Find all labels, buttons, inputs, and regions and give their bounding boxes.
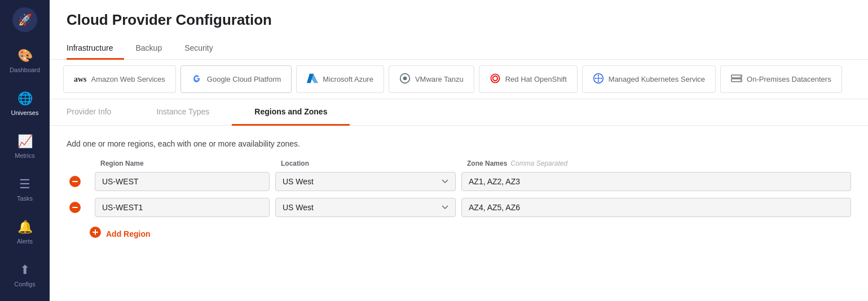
sidebar-item-label: Universes xyxy=(11,109,39,116)
zone-names-input-2[interactable] xyxy=(461,198,851,217)
sidebar-item-configs[interactable]: ⬆ Configs xyxy=(0,254,50,296)
provider-label: Microsoft Azure xyxy=(323,75,373,83)
vmware-icon xyxy=(399,73,411,86)
svg-point-6 xyxy=(598,81,600,82)
remove-region-button-1[interactable] xyxy=(67,175,83,188)
svg-point-5 xyxy=(598,75,600,77)
provider-label: Red Hat OpenShift xyxy=(505,75,567,83)
logo-icon xyxy=(12,7,37,32)
sidebar-item-universes[interactable]: 🌐 Universes xyxy=(0,82,50,125)
provider-label: Google Cloud Platform xyxy=(207,75,281,83)
sub-tabs: Provider Info Instance Types Regions and… xyxy=(50,99,868,126)
sidebar-item-dashboard[interactable]: 🎨 Dashboard xyxy=(0,39,50,82)
provider-label: Amazon Web Services xyxy=(91,75,165,83)
metrics-icon: 📈 xyxy=(17,134,33,149)
svg-rect-21 xyxy=(72,207,78,208)
region-row: US West US East Europe West Asia East xyxy=(67,198,851,217)
svg-point-16 xyxy=(740,76,741,77)
provider-label: On-Premises Datacenters xyxy=(747,75,831,83)
region-name-input-1[interactable] xyxy=(95,172,270,191)
aws-icon: aws xyxy=(74,75,87,84)
provider-tabs: aws Amazon Web Services Google Cloud Pla… xyxy=(50,60,868,99)
sidebar-item-label: Metrics xyxy=(15,152,34,159)
k8s-icon xyxy=(593,73,604,86)
alerts-icon: 🔔 xyxy=(17,220,33,234)
tab-provider-info[interactable]: Provider Info xyxy=(67,99,134,126)
svg-rect-19 xyxy=(72,181,78,182)
dashboard-icon: 🎨 xyxy=(17,48,33,63)
sidebar-item-alerts[interactable]: 🔔 Alerts xyxy=(0,211,50,254)
svg-point-3 xyxy=(403,77,407,81)
top-tabs: Infrastructure Backup Security xyxy=(67,38,851,59)
regions-description: Add one or more regions, each with one o… xyxy=(67,139,851,148)
provider-tab-gcp[interactable]: Google Cloud Platform xyxy=(180,65,292,93)
provider-tab-openshift[interactable]: Red Hat OpenShift xyxy=(479,65,578,93)
region-row: US West US East Europe West Asia East xyxy=(67,172,851,191)
col-location: Location xyxy=(275,160,456,167)
main-content: Cloud Provider Configuration Infrastruct… xyxy=(50,0,868,301)
gcp-icon xyxy=(191,73,202,86)
provider-label: Managed Kubernetes Service xyxy=(609,75,705,83)
zone-names-input-1[interactable] xyxy=(461,172,851,191)
remove-region-button-2[interactable] xyxy=(67,201,83,214)
svg-point-8 xyxy=(601,78,602,79)
tab-regions-zones[interactable]: Regions and Zones xyxy=(232,99,350,126)
region-name-input-2[interactable] xyxy=(95,198,270,217)
page-title: Cloud Provider Configuration xyxy=(67,11,851,29)
sidebar-item-label: Dashboard xyxy=(10,67,40,73)
content-area: aws Amazon Web Services Google Cloud Pla… xyxy=(50,60,868,301)
tab-backup[interactable]: Backup xyxy=(124,38,173,60)
tab-infrastructure[interactable]: Infrastructure xyxy=(67,38,124,60)
add-icon xyxy=(89,226,102,242)
tab-security[interactable]: Security xyxy=(173,38,224,60)
sidebar-item-label: Tasks xyxy=(17,195,33,202)
svg-point-9 xyxy=(597,77,599,79)
provider-tab-onprem[interactable]: On-Premises Datacenters xyxy=(720,65,842,93)
provider-tab-aws[interactable]: aws Amazon Web Services xyxy=(63,65,176,93)
app-logo xyxy=(0,0,50,39)
location-select-2[interactable]: US West US East Europe West Asia East xyxy=(275,198,456,217)
page-header: Cloud Provider Configuration Infrastruct… xyxy=(50,0,868,60)
add-region-button[interactable]: Add Region xyxy=(89,224,151,244)
openshift-icon xyxy=(490,73,501,86)
provider-tab-vmware[interactable]: VMware Tanzu xyxy=(389,65,474,93)
svg-rect-24 xyxy=(92,232,98,233)
tab-instance-types[interactable]: Instance Types xyxy=(134,99,232,126)
configs-icon: ⬆ xyxy=(20,263,30,277)
regions-table-header: Region Name Location Zone Names Comma Se… xyxy=(67,160,851,167)
provider-tab-azure[interactable]: Microsoft Azure xyxy=(296,65,384,93)
col-zone-names: Zone Names Comma Separated xyxy=(461,160,851,167)
azure-icon xyxy=(307,73,318,86)
svg-point-17 xyxy=(740,80,741,81)
sidebar-item-tasks[interactable]: ☰ Tasks xyxy=(0,168,50,211)
add-region-label: Add Region xyxy=(106,229,151,238)
svg-point-7 xyxy=(595,78,597,79)
regions-section: Add one or more regions, each with one o… xyxy=(50,126,868,258)
sidebar: 🎨 Dashboard 🌐 Universes 📈 Metrics ☰ Task… xyxy=(0,0,50,301)
sidebar-item-label: Alerts xyxy=(17,238,33,245)
provider-tab-k8s[interactable]: Managed Kubernetes Service xyxy=(582,65,716,93)
universes-icon: 🌐 xyxy=(17,91,33,106)
onprem-icon xyxy=(731,74,742,84)
col-region-name: Region Name xyxy=(95,160,270,167)
sidebar-item-label: Configs xyxy=(14,281,35,287)
tasks-icon: ☰ xyxy=(19,177,30,192)
sidebar-item-metrics[interactable]: 📈 Metrics xyxy=(0,125,50,168)
provider-label: VMware Tanzu xyxy=(415,75,464,83)
location-select-1[interactable]: US West US East Europe West Asia East xyxy=(275,172,456,191)
